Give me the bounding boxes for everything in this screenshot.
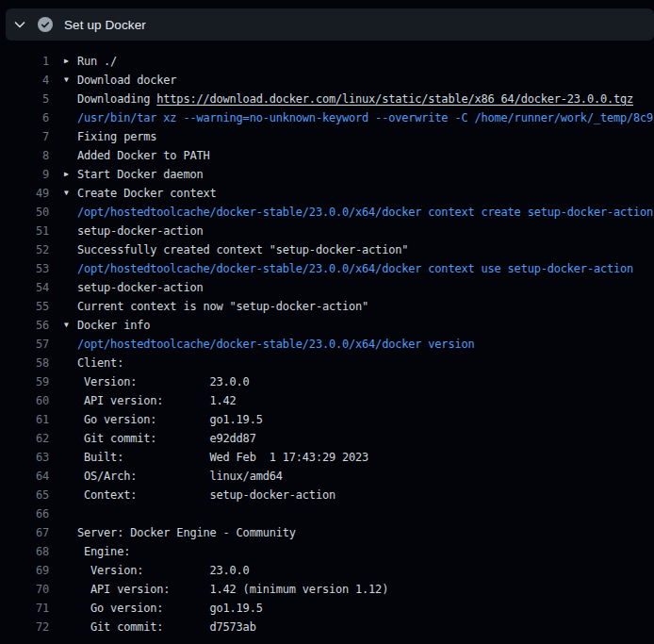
arrow-spacer <box>64 127 77 146</box>
step-title: Set up Docker <box>64 18 146 32</box>
arrow-spacer <box>64 240 77 259</box>
line-number[interactable]: 63 <box>0 448 49 467</box>
log-segment: Added Docker to PATH <box>77 149 210 162</box>
log-segment: /usr/bin/tar xz --warning=no-unknown-key… <box>77 111 654 124</box>
log-segment: Version: 23.0.0 <box>77 375 250 388</box>
log-segment: Downloading <box>77 92 156 106</box>
line-number[interactable]: 60 <box>0 391 49 410</box>
step-header[interactable]: Set up Docker <box>6 8 654 41</box>
arrow-spacer <box>64 297 77 316</box>
chevron-down-icon[interactable] <box>12 17 27 32</box>
log-container: 1▶Run ./4▼Download docker5Downloading ht… <box>0 41 654 636</box>
line-number[interactable]: 4 <box>0 71 49 90</box>
line-number[interactable]: 7 <box>0 127 49 146</box>
log-segment: Fixing perms <box>77 130 156 143</box>
line-number[interactable]: 6 <box>0 108 49 127</box>
log-text: setup-docker-action <box>77 222 654 240</box>
log-segment: Engine: <box>77 545 130 558</box>
line-number[interactable]: 69 <box>0 561 49 580</box>
expand-arrow-icon[interactable]: ▶ <box>64 165 77 184</box>
log-text: Git commit: d7573ab <box>77 618 654 636</box>
arrow-spacer <box>64 618 77 636</box>
arrow-spacer <box>64 580 77 599</box>
log-group-line[interactable]: 49▼Create Docker context <box>0 184 654 203</box>
line-number[interactable]: 50 <box>0 203 49 222</box>
collapse-arrow-icon[interactable]: ▼ <box>64 184 77 203</box>
line-number[interactable]: 52 <box>0 240 49 259</box>
log-text: /usr/bin/tar xz --warning=no-unknown-key… <box>77 108 654 127</box>
line-number[interactable]: 49 <box>0 184 49 203</box>
log-text: Docker info <box>77 316 654 335</box>
line-number[interactable]: 9 <box>0 165 49 184</box>
line-number[interactable]: 56 <box>0 316 49 335</box>
line-number[interactable]: 53 <box>0 259 49 278</box>
log-text: API version: 1.42 (minimum version 1.12) <box>77 580 654 599</box>
arrow-spacer <box>64 354 77 372</box>
log-line: 53/opt/hostedtoolcache/docker-stable/23.… <box>0 259 654 278</box>
line-number[interactable]: 57 <box>0 335 49 354</box>
line-number[interactable]: 51 <box>0 222 49 240</box>
line-number[interactable]: 71 <box>0 599 49 618</box>
log-segment: Client: <box>77 356 123 370</box>
log-link[interactable]: https://download.docker.com/linux/static… <box>156 92 633 106</box>
line-number[interactable]: 70 <box>0 580 49 599</box>
log-line: 62 Git commit: e92dd87 <box>0 429 654 448</box>
log-text: Built: Wed Feb 1 17:43:29 2023 <box>77 448 654 467</box>
line-number[interactable]: 54 <box>0 278 49 297</box>
line-number[interactable]: 58 <box>0 354 49 372</box>
log-text: Successfully created context "setup-dock… <box>77 240 654 259</box>
line-number[interactable]: 61 <box>0 410 49 429</box>
log-line: 71 Go version: go1.19.5 <box>0 599 654 618</box>
line-number[interactable]: 68 <box>0 542 49 561</box>
log-group-line[interactable]: 4▼Download docker <box>0 71 654 90</box>
log-segment: Current context is now "setup-docker-act… <box>77 300 368 313</box>
expand-arrow-icon[interactable]: ▶ <box>64 52 77 71</box>
log-line: 6/usr/bin/tar xz --warning=no-unknown-ke… <box>0 108 654 127</box>
log-segment: Successfully created context "setup-dock… <box>77 243 408 256</box>
collapse-arrow-icon[interactable]: ▼ <box>64 71 77 90</box>
arrow-spacer <box>64 429 77 448</box>
collapse-arrow-icon[interactable]: ▼ <box>64 316 77 335</box>
arrow-spacer <box>64 203 77 222</box>
log-line: 64 OS/Arch: linux/amd64 <box>0 467 654 486</box>
log-segment: Context: setup-docker-action <box>77 488 335 502</box>
arrow-spacer <box>64 542 77 561</box>
log-line: 69 Version: 23.0.0 <box>0 561 654 580</box>
log-segment: Version: 23.0.0 <box>77 564 250 577</box>
arrow-spacer <box>64 146 77 165</box>
log-line: 70 API version: 1.42 (minimum version 1.… <box>0 580 654 599</box>
line-number[interactable]: 5 <box>0 90 49 108</box>
arrow-spacer <box>64 486 77 504</box>
log-text: Version: 23.0.0 <box>77 372 654 391</box>
log-line: 67Server: Docker Engine - Community <box>0 523 654 542</box>
line-number[interactable]: 62 <box>0 429 49 448</box>
log-line: 66 <box>0 504 654 523</box>
log-line: 63 Built: Wed Feb 1 17:43:29 2023 <box>0 448 654 467</box>
line-number[interactable]: 72 <box>0 618 49 636</box>
line-number[interactable]: 64 <box>0 467 49 486</box>
log-line: 61 Go version: go1.19.5 <box>0 410 654 429</box>
log-segment: Server: Docker Engine - Community <box>77 526 296 539</box>
log-line: 52Successfully created context "setup-do… <box>0 240 654 259</box>
log-text: Added Docker to PATH <box>77 146 654 165</box>
log-line: 72 Git commit: d7573ab <box>0 618 654 636</box>
log-segment: Start Docker daemon <box>77 168 203 181</box>
log-line: 5Downloading https://download.docker.com… <box>0 90 654 108</box>
log-segment: Git commit: e92dd87 <box>77 432 256 445</box>
log-segment: Go version: go1.19.5 <box>77 602 263 615</box>
line-number[interactable]: 67 <box>0 523 49 542</box>
log-text: Download docker <box>77 71 654 90</box>
log-group-line[interactable]: 1▶Run ./ <box>0 52 654 71</box>
line-number[interactable]: 66 <box>0 504 49 523</box>
line-number[interactable]: 8 <box>0 146 49 165</box>
line-number[interactable]: 55 <box>0 297 49 316</box>
log-group-line[interactable]: 56▼Docker info <box>0 316 654 335</box>
line-number[interactable]: 1 <box>0 52 49 71</box>
arrow-spacer <box>64 504 77 523</box>
line-number[interactable]: 59 <box>0 372 49 391</box>
log-segment: setup-docker-action <box>77 224 203 238</box>
log-group-line[interactable]: 9▶Start Docker daemon <box>0 165 654 184</box>
line-number[interactable]: 65 <box>0 486 49 504</box>
log-text: API version: 1.42 <box>77 391 654 410</box>
log-text: Create Docker context <box>77 184 654 203</box>
